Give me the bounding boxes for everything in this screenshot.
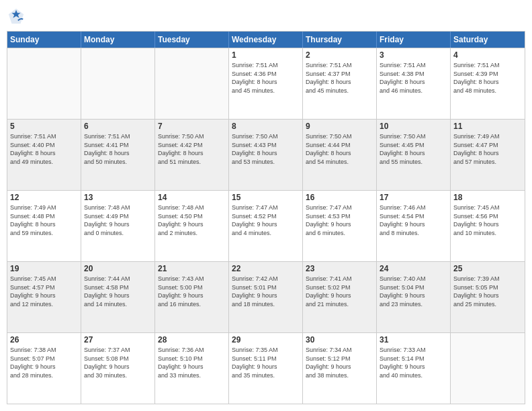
day-number: 3	[380, 50, 447, 60]
day-number: 17	[380, 193, 447, 202]
calendar-cell: 18Sunrise: 7:45 AM Sunset: 4:56 PM Dayli…	[451, 191, 525, 261]
calendar-cell: 31Sunrise: 7:33 AM Sunset: 5:14 PM Dayli…	[377, 333, 451, 404]
day-number: 4	[453, 50, 522, 60]
day-info: Sunrise: 7:46 AM Sunset: 4:54 PM Dayligh…	[380, 203, 447, 237]
day-number: 25	[453, 264, 522, 273]
header-day: Wednesday	[229, 32, 303, 48]
day-number: 27	[84, 335, 152, 345]
calendar: SundayMondayTuesdayWednesdayThursdayFrid…	[7, 31, 525, 404]
calendar-cell: 21Sunrise: 7:43 AM Sunset: 5:00 PM Dayli…	[155, 262, 229, 332]
calendar-cell: 29Sunrise: 7:35 AM Sunset: 5:11 PM Dayli…	[229, 333, 303, 404]
day-info: Sunrise: 7:34 AM Sunset: 5:12 PM Dayligh…	[306, 346, 373, 379]
day-number: 18	[453, 193, 522, 202]
day-info: Sunrise: 7:49 AM Sunset: 4:48 PM Dayligh…	[10, 203, 78, 237]
page: SundayMondayTuesdayWednesdayThursdayFrid…	[0, 0, 532, 411]
calendar-cell: 22Sunrise: 7:42 AM Sunset: 5:01 PM Dayli…	[229, 262, 303, 332]
header-day: Friday	[377, 32, 451, 48]
calendar-row: 1Sunrise: 7:51 AM Sunset: 4:36 PM Daylig…	[7, 48, 525, 119]
day-number: 21	[158, 264, 226, 273]
header-day: Saturday	[451, 32, 525, 48]
day-number: 8	[232, 122, 300, 131]
day-number: 30	[306, 335, 373, 345]
calendar-cell: 30Sunrise: 7:34 AM Sunset: 5:12 PM Dayli…	[303, 333, 377, 404]
calendar-cell: 1Sunrise: 7:51 AM Sunset: 4:36 PM Daylig…	[229, 48, 303, 119]
day-number: 16	[306, 193, 373, 202]
day-info: Sunrise: 7:48 AM Sunset: 4:50 PM Dayligh…	[158, 203, 226, 237]
day-number: 29	[232, 335, 300, 345]
calendar-row: 19Sunrise: 7:45 AM Sunset: 4:57 PM Dayli…	[7, 261, 525, 332]
day-number: 11	[453, 122, 522, 131]
day-number: 19	[10, 264, 78, 273]
calendar-cell: 28Sunrise: 7:36 AM Sunset: 5:10 PM Dayli…	[155, 333, 229, 404]
calendar-cell: 16Sunrise: 7:47 AM Sunset: 4:53 PM Dayli…	[303, 191, 377, 261]
calendar-cell: 27Sunrise: 7:37 AM Sunset: 5:08 PM Dayli…	[81, 333, 155, 404]
logo-icon	[7, 7, 26, 26]
day-info: Sunrise: 7:51 AM Sunset: 4:36 PM Dayligh…	[232, 61, 300, 95]
header	[7, 7, 525, 26]
header-day: Monday	[81, 32, 155, 48]
day-info: Sunrise: 7:48 AM Sunset: 4:49 PM Dayligh…	[84, 203, 152, 237]
calendar-row: 26Sunrise: 7:38 AM Sunset: 5:07 PM Dayli…	[7, 332, 525, 404]
calendar-cell: 20Sunrise: 7:44 AM Sunset: 4:58 PM Dayli…	[81, 262, 155, 332]
calendar-cell: 15Sunrise: 7:47 AM Sunset: 4:52 PM Dayli…	[229, 191, 303, 261]
day-info: Sunrise: 7:36 AM Sunset: 5:10 PM Dayligh…	[158, 346, 226, 379]
calendar-cell: 6Sunrise: 7:51 AM Sunset: 4:41 PM Daylig…	[81, 120, 155, 190]
day-info: Sunrise: 7:50 AM Sunset: 4:44 PM Dayligh…	[306, 132, 373, 166]
calendar-cell: 25Sunrise: 7:39 AM Sunset: 5:05 PM Dayli…	[451, 262, 525, 332]
calendar-cell: 9Sunrise: 7:50 AM Sunset: 4:44 PM Daylig…	[303, 120, 377, 190]
day-number: 10	[380, 122, 447, 131]
calendar-cell: 11Sunrise: 7:49 AM Sunset: 4:47 PM Dayli…	[451, 120, 525, 190]
day-number: 24	[380, 264, 447, 273]
header-day: Sunday	[7, 32, 81, 48]
day-number: 22	[232, 264, 300, 273]
day-info: Sunrise: 7:33 AM Sunset: 5:14 PM Dayligh…	[380, 346, 447, 379]
day-info: Sunrise: 7:37 AM Sunset: 5:08 PM Dayligh…	[84, 346, 152, 379]
day-info: Sunrise: 7:51 AM Sunset: 4:40 PM Dayligh…	[10, 132, 78, 166]
day-number: 14	[158, 193, 226, 202]
calendar-cell: 12Sunrise: 7:49 AM Sunset: 4:48 PM Dayli…	[7, 191, 81, 261]
day-info: Sunrise: 7:49 AM Sunset: 4:47 PM Dayligh…	[453, 132, 522, 166]
day-info: Sunrise: 7:51 AM Sunset: 4:38 PM Dayligh…	[380, 61, 447, 95]
day-info: Sunrise: 7:45 AM Sunset: 4:56 PM Dayligh…	[453, 203, 522, 237]
calendar-cell: 7Sunrise: 7:50 AM Sunset: 4:42 PM Daylig…	[155, 120, 229, 190]
day-info: Sunrise: 7:47 AM Sunset: 4:52 PM Dayligh…	[232, 203, 300, 237]
day-number: 15	[232, 193, 300, 202]
day-info: Sunrise: 7:42 AM Sunset: 5:01 PM Dayligh…	[232, 275, 300, 308]
day-info: Sunrise: 7:51 AM Sunset: 4:37 PM Dayligh…	[306, 61, 373, 95]
calendar-cell: 5Sunrise: 7:51 AM Sunset: 4:40 PM Daylig…	[7, 120, 81, 190]
calendar-cell: 24Sunrise: 7:40 AM Sunset: 5:04 PM Dayli…	[377, 262, 451, 332]
day-info: Sunrise: 7:44 AM Sunset: 4:58 PM Dayligh…	[84, 275, 152, 308]
day-info: Sunrise: 7:50 AM Sunset: 4:43 PM Dayligh…	[232, 132, 300, 166]
day-number: 1	[232, 50, 300, 60]
day-info: Sunrise: 7:40 AM Sunset: 5:04 PM Dayligh…	[380, 275, 447, 308]
day-number: 20	[84, 264, 152, 273]
day-info: Sunrise: 7:47 AM Sunset: 4:53 PM Dayligh…	[306, 203, 373, 237]
calendar-cell: 13Sunrise: 7:48 AM Sunset: 4:49 PM Dayli…	[81, 191, 155, 261]
calendar-cell: 17Sunrise: 7:46 AM Sunset: 4:54 PM Dayli…	[377, 191, 451, 261]
day-number: 13	[84, 193, 152, 202]
day-number: 9	[306, 122, 373, 131]
day-info: Sunrise: 7:39 AM Sunset: 5:05 PM Dayligh…	[453, 275, 522, 308]
day-info: Sunrise: 7:41 AM Sunset: 5:02 PM Dayligh…	[306, 275, 373, 308]
calendar-header: SundayMondayTuesdayWednesdayThursdayFrid…	[7, 32, 525, 48]
calendar-cell	[155, 48, 229, 119]
logo	[7, 7, 28, 26]
header-day: Tuesday	[155, 32, 229, 48]
day-number: 2	[306, 50, 373, 60]
calendar-cell: 2Sunrise: 7:51 AM Sunset: 4:37 PM Daylig…	[303, 48, 377, 119]
day-number: 26	[10, 335, 78, 345]
calendar-cell	[7, 48, 81, 119]
day-info: Sunrise: 7:50 AM Sunset: 4:45 PM Dayligh…	[380, 132, 447, 166]
day-info: Sunrise: 7:38 AM Sunset: 5:07 PM Dayligh…	[10, 346, 78, 379]
day-number: 6	[84, 122, 152, 131]
day-info: Sunrise: 7:43 AM Sunset: 5:00 PM Dayligh…	[158, 275, 226, 308]
calendar-row: 12Sunrise: 7:49 AM Sunset: 4:48 PM Dayli…	[7, 190, 525, 261]
calendar-cell: 4Sunrise: 7:51 AM Sunset: 4:39 PM Daylig…	[451, 48, 525, 119]
calendar-cell: 3Sunrise: 7:51 AM Sunset: 4:38 PM Daylig…	[377, 48, 451, 119]
day-number: 12	[10, 193, 78, 202]
calendar-cell	[81, 48, 155, 119]
day-number: 31	[380, 335, 447, 345]
calendar-cell	[451, 333, 525, 404]
day-info: Sunrise: 7:51 AM Sunset: 4:41 PM Dayligh…	[84, 132, 152, 166]
day-number: 28	[158, 335, 226, 345]
